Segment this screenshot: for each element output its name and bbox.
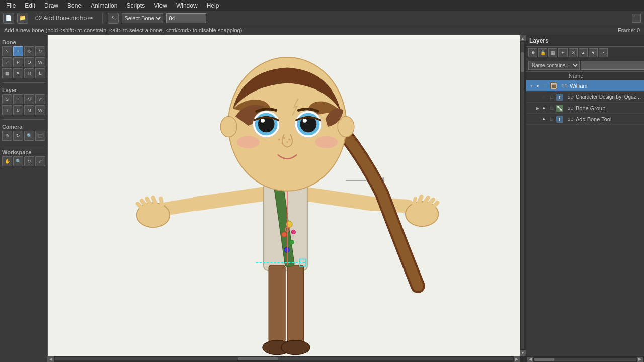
tool-warp-layer[interactable]: W: [35, 105, 45, 115]
tool-camera-zoom[interactable]: 🔍: [24, 131, 34, 141]
tool-text-layer[interactable]: T: [2, 105, 12, 115]
layer-row-character-design[interactable]: ▶ ○ □ T 2D Character Design by: Oguzhan: [526, 92, 644, 103]
tool-delete-bone[interactable]: ✕: [13, 68, 23, 78]
toolbar-icon-open[interactable]: 📁: [17, 13, 28, 24]
svg-point-25: [282, 232, 287, 237]
toolbar-icon-new[interactable]: 📄: [3, 13, 14, 24]
layer-vis-char[interactable]: ○: [540, 94, 547, 101]
svg-point-26: [290, 240, 294, 244]
search-type-dropdown[interactable]: Name contains...: [528, 61, 580, 70]
hscroll-thumb[interactable]: [238, 357, 278, 360]
layers-toolbar: 👁 🔒 ▦ + ✕ ▲ ▼ ⋯: [526, 47, 644, 59]
menu-edit[interactable]: Edit: [21, 1, 39, 10]
layer-tool-move-down[interactable]: ▼: [589, 48, 598, 57]
layer-tool-more[interactable]: ⋯: [599, 48, 608, 57]
tool-mask-layer[interactable]: M: [24, 105, 34, 115]
menu-scripts[interactable]: Scripts: [122, 1, 149, 10]
tool-hide-bone[interactable]: H: [24, 68, 34, 78]
hscroll-track[interactable]: [55, 357, 513, 360]
vscroll-track[interactable]: [521, 42, 524, 349]
tool-select-bone[interactable]: ↖: [2, 46, 12, 56]
tool-weight-bone[interactable]: W: [35, 57, 45, 67]
panel-scroll-thumb[interactable]: [534, 358, 554, 361]
scroll-corner: [520, 356, 526, 362]
layer-lock-bone[interactable]: □: [548, 105, 555, 112]
tool-transform-bone[interactable]: ✥: [24, 46, 34, 56]
tool-add-bone[interactable]: +: [13, 46, 23, 56]
layer-lock-william[interactable]: □: [542, 82, 549, 89]
tool-select-all-bones[interactable]: ▦: [2, 68, 12, 78]
tool-paint-layer[interactable]: B: [13, 105, 23, 115]
tool-hand[interactable]: ✋: [2, 156, 12, 166]
bone-tools-grid: ↖ + ✥ ↻ ⤢ P O W ▦ ✕ H L: [2, 46, 45, 78]
vscroll-thumb[interactable]: [521, 52, 524, 72]
layer-tool-add[interactable]: +: [558, 48, 568, 57]
layer-expand-william[interactable]: ▾: [528, 83, 534, 88]
layer-vis-bone[interactable]: ●: [540, 105, 547, 112]
tool-camera-pan[interactable]: ⊕: [2, 131, 12, 141]
tool-select-layer[interactable]: S: [2, 94, 12, 104]
vscroll-up-btn[interactable]: ▲: [520, 35, 526, 41]
panel-scroll-track[interactable]: [534, 358, 636, 361]
layer-row-add-bone-tool[interactable]: ▶ ● □ T 2D Add Bone Tool: [526, 114, 644, 125]
layers-scrollbar[interactable]: ◀ ▶: [526, 356, 644, 362]
tool-rotate-layer[interactable]: ↻: [24, 94, 34, 104]
workspace-section-label: Workspace: [2, 149, 45, 155]
status-bar: Add a new bone (hold <shift> to constrai…: [0, 25, 644, 35]
layer-vis-william[interactable]: ●: [534, 82, 541, 89]
layer-lock-char[interactable]: □: [548, 94, 555, 101]
hscroll-right-btn[interactable]: ▶: [514, 356, 520, 362]
canvas-vscroll[interactable]: ▲ ▼: [520, 35, 526, 356]
canvas-hscroll[interactable]: ◀ ▶: [48, 356, 520, 362]
svg-point-40: [315, 136, 338, 148]
menu-animation[interactable]: Animation: [87, 1, 121, 10]
menu-bone[interactable]: Bone: [63, 1, 86, 10]
panel-scroll-right[interactable]: ▶: [637, 357, 643, 362]
tool-camera-frame[interactable]: ⬚: [35, 131, 45, 141]
svg-point-48: [303, 119, 307, 123]
select-bone-icon[interactable]: ↖: [108, 13, 119, 24]
bone-id-input[interactable]: [166, 13, 206, 23]
layer-tool-visibility[interactable]: 👁: [528, 48, 537, 57]
tool-translate-bone[interactable]: ⤢: [2, 57, 12, 67]
canvas-area[interactable]: AAA AAA AAA AAA AAA AAA AAA AAA AAA AAA: [48, 35, 526, 362]
menu-window[interactable]: Window: [172, 1, 202, 10]
svg-line-10: [161, 199, 162, 205]
panel-scroll-left[interactable]: ◀: [527, 357, 533, 362]
tool-add-layer[interactable]: +: [13, 94, 23, 104]
layer-row-william[interactable]: ▾ ● □ 2D William: [526, 80, 644, 92]
layer-tool-lock[interactable]: 🔒: [538, 48, 547, 57]
svg-rect-19: [287, 265, 304, 342]
layer-tool-move-up[interactable]: ▲: [579, 48, 588, 57]
tool-zoom[interactable]: 🔍: [13, 156, 23, 166]
layer-expand-bone[interactable]: ▶: [534, 106, 540, 111]
tool-camera-rotate[interactable]: ↻: [13, 131, 23, 141]
tool-rotate-bone[interactable]: ↻: [35, 46, 45, 56]
svg-line-9: [153, 198, 155, 204]
menu-help[interactable]: Help: [203, 1, 223, 10]
layer-vis-abt[interactable]: ●: [540, 116, 547, 123]
layer-tool-delete[interactable]: ✕: [569, 48, 578, 57]
toolbar-btn-end[interactable]: ⬛: [632, 14, 641, 23]
menu-view[interactable]: View: [150, 1, 171, 10]
layer-row-bone-group[interactable]: ▶ ● □ 2D Bone Group: [526, 103, 644, 114]
tool-pin-bone[interactable]: P: [13, 57, 23, 67]
svg-line-58: [558, 107, 561, 110]
tool-reset-view[interactable]: ⤢: [35, 156, 45, 166]
tool-scale-layer[interactable]: ⤢: [35, 94, 45, 104]
vscroll-down-btn[interactable]: ▼: [520, 350, 526, 356]
menu-draw[interactable]: Draw: [40, 1, 62, 10]
tool-rotate-view[interactable]: ↻: [24, 156, 34, 166]
svg-point-49: [278, 138, 280, 140]
hscroll-left-btn[interactable]: ◀: [48, 356, 54, 362]
layer-search-input[interactable]: [581, 61, 644, 70]
tool-lock-bone[interactable]: L: [35, 68, 45, 78]
layer-section-label: Layer: [2, 87, 45, 93]
tool-offset-bone[interactable]: O: [24, 57, 34, 67]
layer-lock-abt[interactable]: □: [548, 116, 555, 123]
menu-file[interactable]: File: [2, 1, 20, 10]
bone-select-dropdown[interactable]: Select Bone: [122, 13, 163, 23]
layer-tool-group[interactable]: ▦: [548, 48, 557, 57]
character-svg: [48, 35, 526, 362]
col-header-name: Name: [569, 73, 642, 79]
